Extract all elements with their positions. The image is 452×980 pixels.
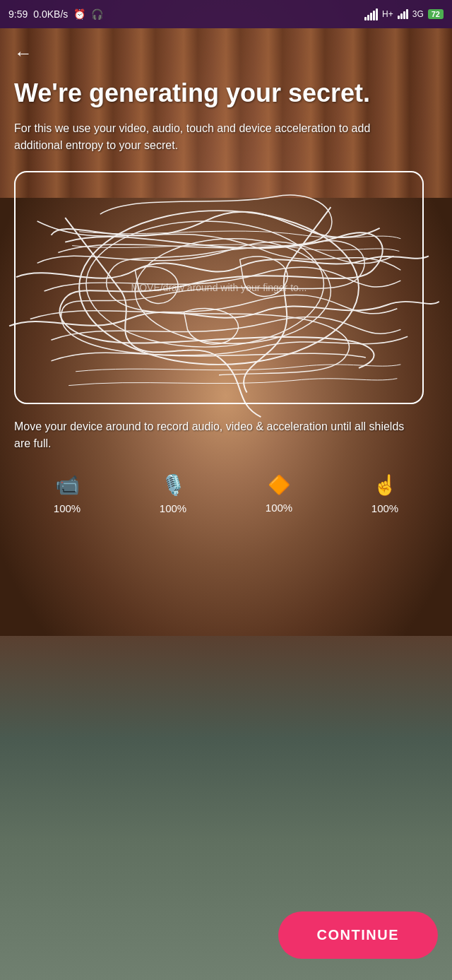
sensors-row: 📹 100% 🎙️ 100% 🔶 100% ☝️ 100% — [14, 473, 438, 514]
subtitle-text: For this we use your video, audio, touch… — [14, 120, 410, 154]
status-left: 9:59 0.0KB/s ⏰ 🎧 — [8, 8, 103, 20]
network-hplus: H+ — [382, 9, 393, 19]
instruction-text: Move your device around to record audio,… — [14, 418, 410, 452]
sensor-acceleration: ☝️ 100% — [371, 473, 398, 514]
back-button[interactable]: ← — [14, 42, 32, 64]
acceleration-label: 100% — [371, 502, 398, 514]
status-bar: 9:59 0.0KB/s ⏰ 🎧 H+ 3G 72 — [0, 0, 452, 28]
status-time: 9:59 — [8, 8, 28, 20]
alarm-icon: ⏰ — [73, 8, 85, 20]
audio-label: 100% — [160, 502, 186, 514]
continue-button[interactable]: CONTINUE — [278, 911, 438, 959]
signal-bars-3g — [398, 9, 408, 19]
drawing-hint: MOVE/draw around with your finger to... — [131, 282, 307, 293]
video-icon: 📹 — [55, 473, 80, 497]
drawing-canvas[interactable]: MOVE/draw around with your finger to... — [14, 171, 424, 404]
headphone-icon: 🎧 — [91, 8, 103, 20]
sensor-touch: 🔶 100% — [266, 474, 292, 514]
status-right: H+ 3G 72 — [364, 8, 444, 20]
status-network-speed: 0.0KB/s — [33, 8, 68, 20]
touch-label: 100% — [266, 502, 292, 514]
network-type: 3G — [412, 9, 424, 19]
mic-icon: 🎙️ — [161, 473, 186, 497]
content-area: ← We're generating your secret. For this… — [0, 28, 452, 536]
video-label: 100% — [54, 502, 81, 514]
main-title: We're generating your secret. — [14, 78, 438, 107]
acceleration-icon: ☝️ — [373, 473, 398, 497]
signal-bars-hplus — [364, 8, 378, 20]
battery-level: 72 — [428, 9, 444, 19]
sensor-video: 📹 100% — [54, 473, 81, 514]
sensor-audio: 🎙️ 100% — [160, 473, 186, 514]
touch-icon: 🔶 — [268, 474, 290, 496]
